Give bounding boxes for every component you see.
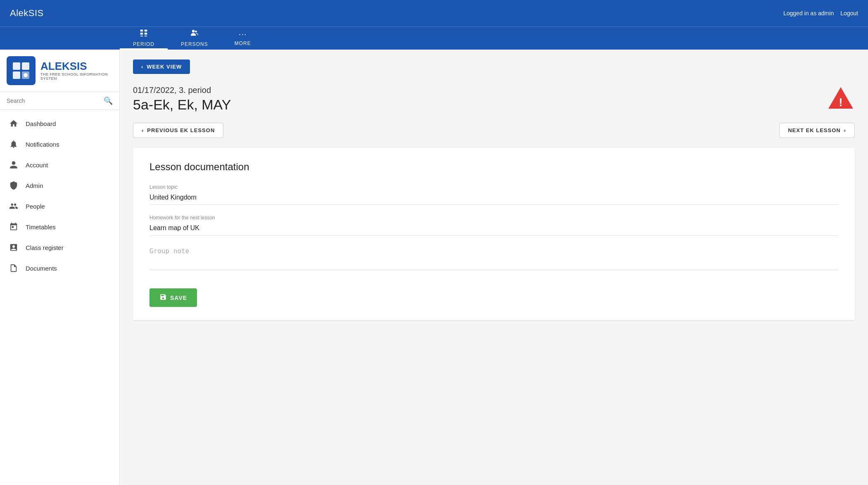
svg-rect-10: [13, 71, 20, 79]
period-icon: [139, 29, 148, 40]
logo-text: ALEKSIS: [40, 61, 113, 71]
svg-rect-2: [140, 33, 143, 35]
sidebar-item-dashboard[interactable]: Dashboard: [0, 113, 119, 134]
logged-in-text: Logged in as admin: [783, 10, 834, 17]
subnav-more-label: MORE: [235, 40, 251, 46]
svg-text:!: !: [839, 96, 842, 109]
lesson-card: Lesson documentation Lesson topic Homewo…: [133, 148, 855, 320]
group-note-textarea[interactable]: [149, 245, 838, 270]
timetables-icon: [8, 222, 19, 231]
subnav-period-label: PERIOD: [133, 41, 154, 47]
lesson-header: 01/17/2022, 3. period 5a-Ek, Ek, MAY !: [133, 86, 855, 113]
homework-label: Homework for the next lesson: [149, 215, 838, 221]
main-content: ‹ WEEK VIEW 01/17/2022, 3. period 5a-Ek,…: [120, 50, 868, 485]
sub-nav: PERIOD PERSONS ··· MORE: [0, 26, 868, 50]
next-arrow-icon: ›: [844, 127, 846, 133]
sidebar-item-documents[interactable]: Documents: [0, 258, 119, 278]
sidebar-menu: Dashboard Notifications Account Admin: [0, 110, 119, 282]
sidebar-item-documents-label: Documents: [26, 265, 57, 272]
home-icon: [8, 119, 19, 128]
sidebar-item-notifications[interactable]: Notifications: [0, 134, 119, 155]
sidebar-item-notifications-label: Notifications: [26, 141, 59, 148]
lesson-topic-label: Lesson topic: [149, 184, 838, 190]
sidebar-logo: ALEKSIS THE FREE SCHOOL INFORMATION SYST…: [0, 50, 119, 92]
sidebar-item-timetables[interactable]: Timetables: [0, 216, 119, 237]
save-icon: [159, 293, 167, 302]
svg-rect-1: [145, 29, 147, 31]
sidebar-item-people[interactable]: People: [0, 196, 119, 216]
search-input[interactable]: [7, 97, 104, 104]
sidebar-item-timetables-label: Timetables: [26, 223, 56, 231]
top-nav-right: Logged in as admin Logout: [783, 10, 858, 17]
save-label: SAVE: [170, 295, 187, 301]
next-lesson-button[interactable]: NEXT EK LESSON ›: [779, 123, 855, 138]
subnav-persons-label: PERSONS: [181, 41, 208, 47]
prev-lesson-button[interactable]: ‹ PREVIOUS EK LESSON: [133, 123, 223, 138]
svg-rect-9: [22, 62, 29, 70]
sidebar-item-account[interactable]: Account: [0, 155, 119, 175]
top-nav: AlekSIS Logged in as admin Logout: [0, 0, 868, 26]
sidebar-item-people-label: People: [26, 203, 45, 210]
svg-point-12: [24, 73, 28, 77]
sidebar-item-admin[interactable]: Admin: [0, 175, 119, 196]
sidebar-item-dashboard-label: Dashboard: [26, 120, 56, 127]
svg-rect-0: [140, 29, 143, 31]
lesson-nav: ‹ PREVIOUS EK LESSON NEXT EK LESSON ›: [133, 123, 855, 138]
class-register-icon: [8, 243, 19, 252]
search-icon[interactable]: 🔍: [104, 96, 113, 105]
sidebar-item-class-register-label: Class register: [26, 244, 64, 251]
lesson-title: 5a-Ek, Ek, MAY: [133, 97, 855, 113]
logo-icon: [7, 56, 36, 85]
svg-rect-4: [140, 36, 143, 36]
subnav-item-period[interactable]: PERIOD: [120, 27, 168, 50]
sidebar-item-class-register[interactable]: Class register: [0, 237, 119, 258]
week-view-button[interactable]: ‹ WEEK VIEW: [133, 59, 190, 74]
lesson-date: 01/17/2022, 3. period: [133, 86, 855, 95]
svg-rect-3: [145, 33, 147, 35]
bell-icon: [8, 140, 19, 149]
search-bar: 🔍: [0, 92, 119, 110]
save-button[interactable]: SAVE: [149, 288, 197, 307]
lesson-topic-field: Lesson topic: [149, 184, 838, 205]
homework-field: Homework for the next lesson: [149, 215, 838, 235]
svg-point-6: [192, 30, 194, 32]
sidebar: ALEKSIS THE FREE SCHOOL INFORMATION SYST…: [0, 50, 120, 485]
prev-arrow-icon: ‹: [142, 127, 144, 133]
logo-text-block: ALEKSIS THE FREE SCHOOL INFORMATION SYST…: [40, 61, 113, 81]
sidebar-item-account-label: Account: [26, 162, 48, 169]
chevron-left-icon: ‹: [141, 64, 143, 70]
card-title: Lesson documentation: [149, 161, 838, 173]
account-icon: [8, 160, 19, 169]
homework-input[interactable]: [149, 222, 838, 235]
documents-icon: [8, 264, 19, 273]
group-note-field: [149, 245, 838, 272]
sidebar-item-admin-label: Admin: [26, 182, 43, 189]
subnav-item-more[interactable]: ··· MORE: [221, 27, 264, 50]
svg-point-7: [195, 31, 197, 33]
svg-rect-5: [145, 36, 147, 36]
shield-icon: [8, 181, 19, 190]
people-icon: [8, 202, 19, 211]
svg-rect-8: [13, 62, 20, 70]
subnav-item-persons[interactable]: PERSONS: [168, 27, 221, 50]
logo-sub: THE FREE SCHOOL INFORMATION SYSTEM: [40, 72, 113, 81]
app-title: AlekSIS: [10, 8, 44, 19]
persons-icon: [190, 29, 199, 40]
lesson-topic-input[interactable]: [149, 192, 838, 205]
logout-link[interactable]: Logout: [840, 10, 858, 17]
more-icon: ···: [239, 29, 247, 39]
warning-icon: !: [827, 86, 855, 112]
